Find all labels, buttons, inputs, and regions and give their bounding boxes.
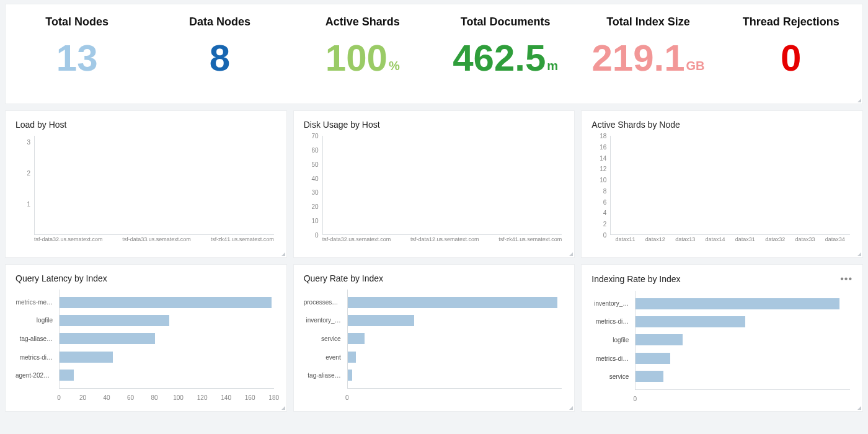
bar-container: [59, 290, 274, 389]
resize-handle[interactable]: [567, 404, 573, 410]
metric-number: 462.5: [453, 40, 546, 77]
metric-number: 0: [781, 40, 801, 77]
y-axis: 024681012141618: [591, 136, 609, 235]
bar[interactable]: [636, 353, 850, 364]
metric-title: Thread Rejections: [743, 16, 839, 29]
bar[interactable]: [348, 333, 562, 344]
resize-handle[interactable]: [279, 404, 285, 410]
y-tick: 12: [600, 166, 606, 172]
y-tick: 20: [312, 203, 319, 210]
chart-title: Load by Host: [16, 120, 277, 130]
bar-container: [610, 136, 850, 235]
bar[interactable]: [636, 371, 850, 382]
metric-title: Total Index Size: [606, 16, 690, 29]
metric-card-1: Data Nodes8: [148, 4, 291, 104]
x-tick: datax12: [640, 236, 670, 247]
y-label: metrics-di…: [16, 352, 56, 363]
x-tick: 100: [173, 394, 184, 401]
y-label: service: [591, 371, 632, 383]
x-tick: 20: [79, 394, 86, 401]
y-tick: 10: [600, 177, 606, 184]
x-axis: datax11datax12datax13datax14datax31datax…: [610, 236, 850, 247]
y-label: inventory_…: [591, 298, 632, 309]
metric-title: Total Documents: [461, 16, 551, 29]
chart-card-query_rate_by_index: Query Rate by Indexprocesses_…inventory_…: [293, 264, 575, 412]
y-tick: 50: [312, 161, 319, 167]
y-tick: 6: [603, 198, 607, 205]
x-tick: datax14: [700, 236, 730, 247]
metric-card-3: Total Documents462.5m: [434, 4, 577, 104]
x-axis: 0: [635, 391, 850, 402]
y-axis: processes_…inventory_…serviceeventtag-al…: [304, 290, 345, 389]
bar[interactable]: [60, 370, 274, 381]
metrics-row: Total Nodes13Data Nodes8Active Shards100…: [5, 4, 863, 104]
x-tick: tsf-zk41.us.sematext.com: [211, 236, 274, 247]
y-label: metrics-di…: [591, 353, 632, 365]
resize-handle[interactable]: [855, 404, 861, 410]
x-axis: 0: [347, 390, 562, 401]
x-tick: 160: [245, 394, 255, 401]
metric-value: 462.5m: [453, 40, 558, 77]
chart-title: Disk Usage by Host: [304, 120, 565, 130]
more-icon[interactable]: •••: [840, 273, 852, 285]
metric-card-0: Total Nodes13: [6, 4, 148, 104]
resize-handle[interactable]: [855, 96, 861, 102]
chart-body: metrics-me…logfiletag-aliase…metrics-di……: [16, 290, 277, 401]
metric-title: Data Nodes: [189, 16, 250, 29]
y-tick: 16: [600, 143, 606, 150]
y-axis: 123: [16, 136, 33, 235]
y-label: tag-aliase…: [304, 370, 345, 381]
bar[interactable]: [348, 352, 562, 363]
x-tick: 0: [57, 394, 61, 401]
chart-body: 024681012141618datax11datax12datax13data…: [591, 136, 852, 247]
y-label: service: [304, 334, 345, 345]
bar[interactable]: [60, 297, 274, 308]
y-axis: inventory_…metrics-di…logfilemetrics-di……: [591, 291, 632, 390]
bar[interactable]: [60, 315, 274, 326]
x-tick: 0: [634, 396, 637, 402]
bar[interactable]: [60, 352, 274, 363]
y-tick: 10: [312, 218, 319, 224]
x-tick: datax32: [760, 236, 790, 247]
y-axis: 010203040506070: [304, 136, 321, 235]
chart-title: Query Latency by Index: [16, 273, 277, 283]
chart-title: Query Rate by Index: [304, 273, 565, 283]
bar[interactable]: [348, 315, 562, 326]
bar[interactable]: [636, 334, 850, 345]
y-label: tag-aliase…: [16, 334, 56, 345]
y-tick: 3: [27, 139, 30, 146]
bar[interactable]: [348, 370, 562, 381]
x-tick: datax11: [610, 236, 640, 247]
chart-card-indexing_rate_by_index: Indexing Rate by Index•••inventory_…metr…: [581, 264, 863, 412]
y-tick: 1: [27, 201, 30, 208]
resize-handle[interactable]: [279, 250, 285, 256]
metric-number: 219.1: [591, 40, 684, 77]
x-tick: 80: [151, 394, 158, 401]
resize-handle[interactable]: [567, 250, 573, 256]
metric-number: 13: [56, 40, 98, 77]
bar[interactable]: [348, 297, 562, 308]
x-tick: tsf-data12.us.sematext.com: [410, 236, 479, 247]
bar[interactable]: [636, 316, 850, 327]
y-tick: 0: [315, 232, 319, 239]
bar[interactable]: [636, 298, 850, 309]
chart-body: inventory_…metrics-di…logfilemetrics-di……: [591, 291, 852, 402]
x-tick: datax33: [790, 236, 820, 247]
y-tick: 70: [312, 133, 319, 140]
metric-unit: GB: [686, 60, 705, 72]
metric-value: 13: [56, 40, 98, 77]
resize-handle[interactable]: [855, 250, 861, 256]
chart-body: 010203040506070tsf-data32.us.sematext.co…: [304, 136, 565, 247]
x-tick: 180: [268, 394, 279, 401]
y-tick: 4: [603, 210, 607, 216]
y-tick: 2: [603, 221, 607, 228]
y-tick: 8: [603, 187, 607, 194]
x-axis: tsf-data32.us.sematext.comtsf-data12.us.…: [322, 236, 562, 247]
chart-card-load_by_host: Load by Host123tsf-data32.us.sematext.co…: [5, 110, 287, 258]
x-tick: tsf-data33.us.sematext.com: [122, 236, 191, 247]
bar[interactable]: [60, 333, 274, 344]
y-label: inventory_…: [304, 315, 345, 326]
metric-card-5: Thread Rejections0: [720, 4, 862, 104]
x-tick: 140: [221, 394, 231, 401]
metric-number: 8: [210, 40, 230, 77]
